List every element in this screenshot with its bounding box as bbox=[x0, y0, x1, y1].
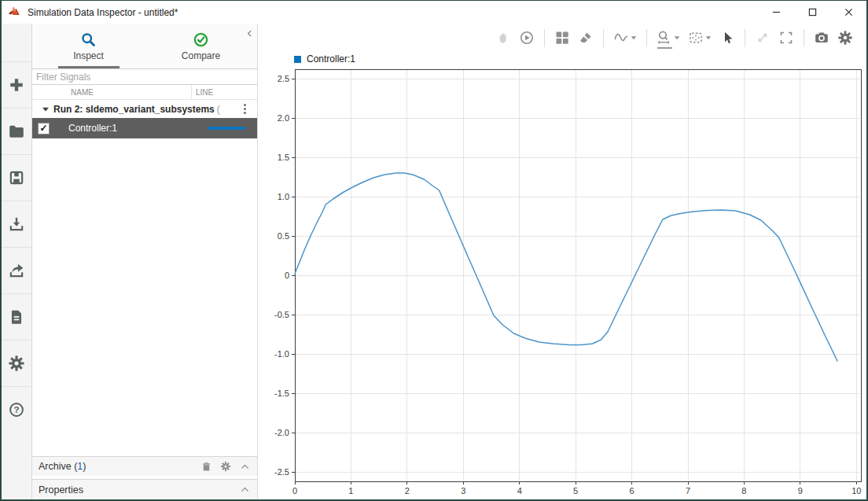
filter-signals-input[interactable] bbox=[32, 68, 257, 85]
run-options-menu-icon[interactable] bbox=[241, 102, 249, 116]
chevron-down-icon[interactable] bbox=[42, 105, 50, 113]
svg-text:7: 7 bbox=[686, 486, 690, 495]
panel-tabs: Inspect Compare bbox=[32, 24, 257, 68]
svg-text:6: 6 bbox=[630, 486, 634, 495]
export-icon bbox=[8, 262, 25, 279]
archive-section-header[interactable]: Archive (1) bbox=[32, 456, 257, 476]
name-column-header: NAME bbox=[69, 85, 192, 99]
chart-legend: Controller:1 bbox=[294, 53, 355, 64]
archive-label: Archive ( bbox=[39, 461, 77, 472]
signal-list-empty-area bbox=[32, 138, 257, 456]
minimize-button[interactable] bbox=[758, 1, 794, 24]
archive-delete-button[interactable] bbox=[200, 461, 212, 473]
close-button[interactable] bbox=[830, 1, 866, 24]
svg-text:1: 1 bbox=[348, 486, 353, 495]
plot-area-panel: Controller:1 0123456789102.52.01.51.00.5… bbox=[258, 24, 866, 499]
archive-label-close: ) bbox=[83, 461, 86, 472]
legend-swatch bbox=[294, 56, 301, 63]
svg-text:0.5: 0.5 bbox=[278, 231, 289, 241]
sidebar-item-preferences[interactable] bbox=[2, 340, 31, 386]
archive-count: 1 bbox=[77, 461, 83, 472]
archive-collapse-button[interactable] bbox=[239, 461, 251, 473]
sidebar-item-export[interactable] bbox=[2, 247, 31, 293]
svg-text:0: 0 bbox=[285, 271, 289, 280]
legend-label: Controller:1 bbox=[307, 53, 355, 64]
sidebar-item-report[interactable] bbox=[2, 293, 31, 340]
maximize-button[interactable] bbox=[794, 1, 830, 24]
gear-icon bbox=[8, 355, 25, 372]
tab-compare-label: Compare bbox=[182, 50, 220, 61]
help-icon bbox=[8, 401, 25, 418]
svg-text:2.5: 2.5 bbox=[278, 74, 289, 83]
signal-line-cell[interactable] bbox=[196, 127, 257, 130]
check-circle-icon bbox=[193, 31, 209, 48]
sidebar-item-import[interactable] bbox=[2, 201, 31, 247]
signal-line-swatch bbox=[208, 127, 245, 130]
properties-collapse-button[interactable] bbox=[239, 484, 251, 495]
svg-text:10: 10 bbox=[851, 486, 861, 495]
signals-panel: Inspect Compare NAME LINE Run 2: sldemo_… bbox=[32, 24, 258, 499]
svg-text:-1.5: -1.5 bbox=[274, 389, 289, 398]
svg-text:2.0: 2.0 bbox=[278, 113, 289, 123]
svg-text:3: 3 bbox=[461, 486, 465, 495]
matlab-logo-icon bbox=[8, 6, 21, 19]
line-column-header: LINE bbox=[192, 88, 257, 97]
table-header: NAME LINE bbox=[32, 85, 257, 100]
run-group-label: Run 2: sldemo_variant_subsystems bbox=[53, 104, 215, 115]
app-window: Simulation Data Inspector - untitled* In… bbox=[0, 0, 868, 501]
svg-text:-2.0: -2.0 bbox=[274, 428, 289, 437]
svg-text:-0.5: -0.5 bbox=[274, 310, 289, 319]
signal-chart[interactable]: 0123456789102.52.01.51.00.50-0.5-1.0-1.5… bbox=[258, 24, 866, 499]
signal-name: Controller:1 bbox=[68, 123, 196, 134]
window-title: Simulation Data Inspector - untitled* bbox=[28, 7, 758, 18]
gear-icon bbox=[220, 461, 231, 472]
archive-settings-button[interactable] bbox=[220, 461, 231, 472]
chevron-up-icon bbox=[239, 484, 251, 495]
svg-text:9: 9 bbox=[798, 486, 803, 495]
svg-text:2: 2 bbox=[405, 486, 410, 495]
tab-compare[interactable]: Compare bbox=[145, 24, 257, 68]
sidebar-item-add[interactable] bbox=[2, 61, 31, 108]
svg-text:5: 5 bbox=[573, 486, 578, 495]
magnifier-icon bbox=[80, 31, 97, 48]
svg-text:1.5: 1.5 bbox=[278, 153, 289, 162]
sidebar-item-help[interactable] bbox=[2, 386, 31, 433]
properties-label: Properties bbox=[39, 484, 83, 495]
svg-text:0: 0 bbox=[292, 486, 297, 495]
svg-text:1.0: 1.0 bbox=[278, 192, 289, 201]
run-group-truncated-text: ( bbox=[217, 104, 241, 115]
properties-section-header[interactable]: Properties bbox=[32, 479, 257, 499]
chevron-up-icon bbox=[239, 461, 251, 473]
document-icon bbox=[8, 308, 25, 326]
sidebar-item-open[interactable] bbox=[2, 108, 31, 154]
tab-inspect-label: Inspect bbox=[73, 50, 104, 61]
signal-row[interactable]: ✓ Controller:1 bbox=[32, 118, 257, 138]
tab-inspect[interactable]: Inspect bbox=[32, 24, 145, 68]
svg-text:-2.5: -2.5 bbox=[274, 467, 289, 477]
save-icon bbox=[8, 169, 25, 186]
sidebar-item-save[interactable] bbox=[2, 154, 31, 201]
title-bar: Simulation Data Inspector - untitled* bbox=[2, 1, 866, 24]
chevron-left-icon bbox=[245, 28, 255, 39]
import-icon bbox=[8, 216, 25, 233]
signal-checkbox[interactable]: ✓ bbox=[38, 123, 50, 134]
folder-icon bbox=[8, 123, 25, 140]
svg-text:4: 4 bbox=[517, 486, 522, 495]
plus-icon bbox=[8, 76, 25, 94]
trash-icon bbox=[200, 461, 212, 473]
collapse-panel-button[interactable] bbox=[245, 28, 255, 39]
run-group-row[interactable]: Run 2: sldemo_variant_subsystems ( bbox=[32, 100, 257, 118]
svg-text:-1.0: -1.0 bbox=[274, 349, 289, 359]
svg-text:8: 8 bbox=[741, 486, 746, 495]
sidebar bbox=[2, 24, 32, 499]
